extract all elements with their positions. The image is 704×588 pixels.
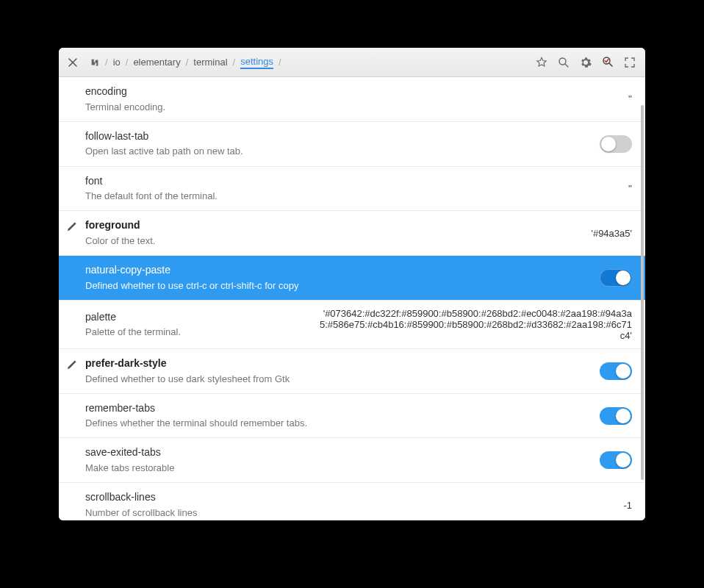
toggle-natural-copy-paste[interactable] — [600, 269, 632, 287]
setting-description: Defined whether to use ctrl-c or ctrl-sh… — [85, 279, 600, 293]
pencil-icon — [66, 221, 78, 233]
search-icon[interactable] — [557, 56, 570, 69]
breadcrumb-terminal[interactable]: terminal — [193, 57, 227, 68]
setting-text: fontThe default font of the terminal. — [85, 174, 619, 204]
gear-icon[interactable] — [579, 56, 592, 69]
setting-description: Open last active tab path on new tab. — [85, 145, 600, 158]
pencil-icon — [66, 359, 78, 371]
toggle-knob — [616, 364, 631, 379]
setting-description: Number of scrollback lines — [85, 506, 614, 520]
setting-description: Make tabs restorable — [85, 462, 600, 475]
setting-value: '#94a3a5' — [591, 228, 632, 239]
setting-row-palette[interactable]: palettePalette of the terminal.'#073642:… — [59, 301, 645, 349]
setting-row-remember-tabs[interactable]: remember-tabsDefines whether the termina… — [59, 394, 645, 439]
toggle-follow-last-tab[interactable] — [600, 135, 632, 153]
schema-root-icon[interactable] — [90, 57, 100, 68]
close-button[interactable] — [65, 54, 81, 71]
scrollbar-thumb[interactable] — [641, 105, 644, 480]
breadcrumb-sep: / — [126, 57, 129, 68]
setting-row-scrollback-lines[interactable]: scrollback-linesNumber of scrollback lin… — [59, 483, 645, 520]
setting-key: encoding — [85, 85, 619, 99]
setting-text: follow-last-tabOpen last active tab path… — [85, 129, 600, 159]
inspect-icon[interactable] — [601, 56, 614, 69]
setting-row-prefer-dark-style[interactable]: prefer-dark-styleDefined whether to use … — [59, 349, 645, 394]
setting-key: palette — [85, 310, 307, 325]
setting-value: '#073642:#dc322f:#859900:#b58900:#268bd2… — [316, 308, 632, 341]
toggle-knob — [616, 270, 631, 285]
setting-text: palettePalette of the terminal. — [85, 310, 307, 340]
breadcrumb: / io / elementary / terminal / settings … — [90, 56, 531, 69]
setting-description: Defines whether the terminal should reme… — [85, 417, 600, 430]
setting-value: '' — [628, 183, 632, 194]
breadcrumb-elementary[interactable]: elementary — [133, 57, 180, 68]
breadcrumb-sep: / — [279, 57, 281, 68]
toggle-knob — [616, 409, 631, 423]
toolbar: / io / elementary / terminal / settings … — [59, 48, 645, 77]
setting-text: prefer-dark-styleDefined whether to use … — [85, 356, 600, 386]
setting-row-natural-copy-paste[interactable]: natural-copy-pasteDefined whether to use… — [59, 256, 645, 301]
breadcrumb-sep: / — [105, 57, 108, 68]
setting-description: Terminal encoding. — [85, 101, 619, 114]
setting-text: scrollback-linesNumber of scrollback lin… — [85, 490, 614, 520]
setting-text: save-exited-tabsMake tabs restorable — [85, 445, 600, 475]
setting-text: remember-tabsDefines whether the termina… — [85, 401, 600, 431]
toggle-knob — [616, 453, 631, 467]
breadcrumb-sep: / — [186, 57, 189, 68]
setting-value: '' — [628, 93, 632, 104]
toggle-save-exited-tabs[interactable] — [600, 451, 632, 469]
star-icon[interactable] — [535, 56, 548, 69]
breadcrumb-settings[interactable]: settings — [240, 56, 273, 69]
setting-description: Palette of the terminal. — [85, 326, 307, 339]
setting-key: prefer-dark-style — [85, 356, 600, 371]
setting-text: natural-copy-pasteDefined whether to use… — [85, 263, 600, 293]
breadcrumb-sep: / — [233, 57, 236, 68]
setting-value: -1 — [623, 500, 632, 511]
setting-key: save-exited-tabs — [85, 445, 600, 460]
setting-key: font — [85, 174, 619, 189]
setting-key: foreground — [85, 218, 582, 233]
settings-list[interactable]: encodingTerminal encoding.''follow-last-… — [59, 77, 645, 520]
svg-line-3 — [609, 63, 612, 66]
setting-key: follow-last-tab — [85, 129, 600, 144]
setting-key: scrollback-lines — [85, 490, 614, 505]
setting-row-follow-last-tab[interactable]: follow-last-tabOpen last active tab path… — [59, 122, 645, 167]
setting-description: Defined whether to use dark stylesheet f… — [85, 373, 600, 386]
toggle-prefer-dark-style[interactable] — [600, 362, 632, 380]
setting-description: Color of the text. — [85, 234, 582, 248]
fullscreen-icon[interactable] — [623, 56, 636, 69]
setting-key: remember-tabs — [85, 401, 600, 416]
svg-line-1 — [565, 64, 568, 67]
setting-description: The default font of the terminal. — [85, 190, 619, 203]
setting-row-font[interactable]: fontThe default font of the terminal.'' — [59, 167, 645, 212]
settings-window: / io / elementary / terminal / settings … — [59, 48, 645, 520]
toolbar-actions — [535, 56, 639, 69]
setting-row-encoding[interactable]: encodingTerminal encoding.'' — [59, 77, 645, 122]
setting-text: foregroundColor of the text. — [85, 218, 582, 248]
setting-text: encodingTerminal encoding. — [85, 85, 619, 114]
setting-key: natural-copy-paste — [85, 263, 600, 278]
setting-row-save-exited-tabs[interactable]: save-exited-tabsMake tabs restorable — [59, 438, 645, 483]
toggle-remember-tabs[interactable] — [600, 407, 632, 425]
toggle-knob — [601, 137, 616, 151]
breadcrumb-io[interactable]: io — [113, 57, 121, 68]
setting-row-foreground[interactable]: foregroundColor of the text.'#94a3a5' — [59, 211, 645, 256]
